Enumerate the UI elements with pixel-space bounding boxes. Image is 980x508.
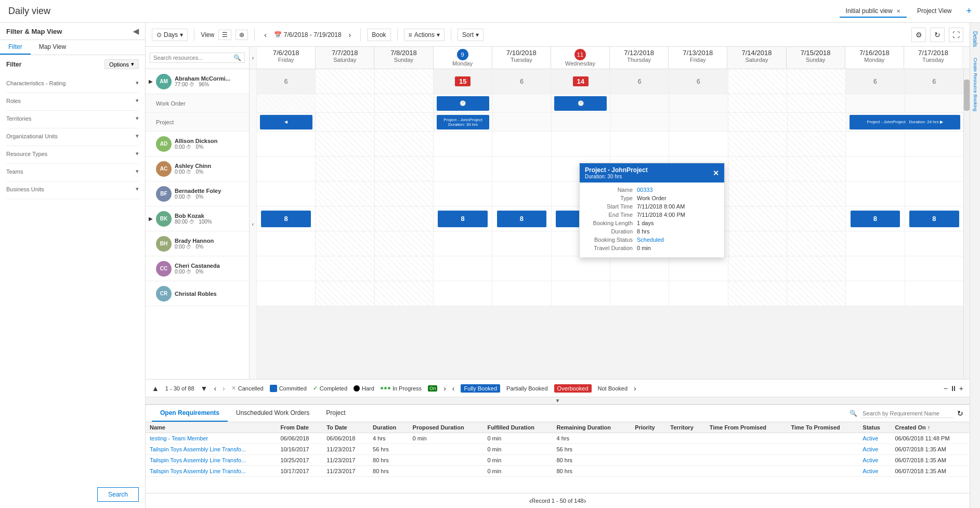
tab-area: Initial public view ✕ Project View +	[840, 5, 972, 18]
unscheduled-work-orders-tab[interactable]: Unscheduled Work Orders	[228, 405, 318, 422]
req-footer: ‹ Record 1 - 50 of 148 ›	[146, 493, 970, 508]
overbooked-badge: Overbooked	[554, 384, 592, 393]
characteristics-filter[interactable]: Characteristics - Rating ▾	[6, 80, 139, 86]
grid-cell-weekend	[728, 69, 787, 94]
expand-down-button[interactable]: ▼	[201, 384, 208, 393]
create-resource-booking-label[interactable]: Create Resource Booking	[973, 58, 978, 111]
expand-section-button[interactable]: ▼	[146, 397, 970, 404]
list-view-button[interactable]: ☰	[218, 30, 231, 40]
legend-end-button[interactable]: ›	[634, 384, 636, 393]
left-panel-collapse-btn[interactable]: ◀	[133, 27, 139, 35]
date-col-mon2: 7/16/2018 Monday	[845, 47, 904, 69]
options-button[interactable]: Options ▾	[104, 59, 139, 69]
map-view-tab[interactable]: Map View	[31, 40, 74, 55]
globe-button[interactable]: ⊕	[236, 30, 248, 40]
zoom-in-button[interactable]: +	[959, 384, 963, 393]
booking-block[interactable]: 8	[909, 211, 959, 227]
legend-in-progress: In Progress	[381, 385, 422, 392]
fullscreen-button[interactable]: ⛶	[949, 28, 963, 42]
filter-search-button[interactable]: Search	[97, 487, 139, 502]
days-button[interactable]: ⊙ Days ▾	[152, 29, 188, 41]
actions-button[interactable]: ≡ Actions ▾	[404, 29, 445, 41]
business-units-filter[interactable]: Business Units ▾	[6, 186, 139, 192]
expand-arrow-icon[interactable]: ▶	[149, 79, 153, 84]
resource-info: Bob Kozak 80:00 ⏱ 100%	[175, 213, 246, 225]
popup-name-link[interactable]: 00333	[637, 187, 653, 193]
col-territory: Territory	[666, 422, 705, 433]
settings-button[interactable]: ⚙	[911, 28, 926, 42]
tab-close-icon[interactable]: ✕	[896, 8, 900, 14]
grid-cell-weekend	[375, 69, 434, 94]
filter-tab[interactable]: Filter	[0, 40, 31, 55]
grid-row	[257, 132, 963, 157]
popup-duration-label: Duration	[586, 228, 633, 235]
resource-types-filter[interactable]: Resource Types ▾	[6, 150, 139, 157]
next-date-button[interactable]: ›	[346, 30, 355, 40]
legend-on: On	[428, 385, 437, 392]
zoom-out-button[interactable]: −	[944, 384, 948, 393]
booking-block[interactable]: 8	[851, 211, 900, 227]
booking-block[interactable]: 🕐	[554, 96, 607, 111]
expand-arrow-icon[interactable]: ▶	[149, 216, 153, 222]
avatar: CC	[156, 261, 172, 277]
search-resources-input[interactable]	[153, 55, 233, 61]
booking-block[interactable]: 8	[497, 211, 546, 227]
hours-badge-red: 14	[573, 76, 589, 86]
filter-group-resource-types: Resource Types ▾	[6, 146, 139, 164]
org-units-filter[interactable]: Organizational Units ▾	[6, 133, 139, 139]
req-refresh-button[interactable]: ↻	[957, 409, 963, 418]
table-row: testing - Team Member 06/06/2018 06/06/2…	[146, 433, 970, 444]
project-block-right[interactable]: Project - JohnProject Duration: 24 hrs ▶	[850, 115, 961, 129]
resource-list: ▶ AM Abraham McCormi... 77:00 ⏱ 96% Work…	[146, 69, 250, 379]
col-duration: Duration	[369, 422, 409, 433]
resource-search-box[interactable]: 🔍	[150, 53, 245, 63]
prev-date-button[interactable]: ‹	[261, 30, 270, 40]
booking-block[interactable]: 🕐	[437, 96, 489, 111]
teams-filter[interactable]: Teams ▾	[6, 168, 139, 175]
booking-popup: Project - JohnProject Duration: 30 hrs ✕…	[579, 163, 725, 258]
resource-info: Brady Hannon 0:00 ⏱ 0%	[175, 238, 246, 250]
next-page-button[interactable]: ›	[223, 384, 225, 393]
day-name: Friday	[258, 57, 314, 63]
expand-up-button[interactable]: ▲	[152, 384, 159, 393]
open-requirements-tab[interactable]: Open Requirements	[152, 405, 228, 422]
app-title: Daily view	[8, 6, 50, 17]
project-tab[interactable]: Project	[318, 405, 354, 422]
scrollbar-thumb[interactable]	[964, 80, 970, 111]
tab-project-view[interactable]: Project View	[911, 5, 958, 18]
roles-filter[interactable]: Roles ▾	[6, 97, 139, 104]
booking-block[interactable]: 8	[438, 211, 487, 227]
grid-scroll-left[interactable]: ‹	[250, 69, 257, 379]
popup-header: Project - JohnProject Duration: 30 hrs ✕	[580, 163, 724, 183]
prev-page-button[interactable]: ‹	[214, 384, 216, 393]
sort-button[interactable]: Sort ▾	[458, 29, 484, 41]
date-col-sat: 7/7/2018 Saturday	[316, 47, 374, 69]
popup-end-label: End Time	[586, 212, 633, 218]
book-button[interactable]: Book	[367, 29, 390, 41]
details-label[interactable]: Details	[972, 31, 978, 47]
resource-name: Christal Robles	[175, 291, 246, 297]
pause-button[interactable]: ⏸	[950, 384, 957, 393]
req-search-input[interactable]	[860, 409, 954, 418]
project-block[interactable]: ◀	[260, 115, 312, 129]
fullscreen-icon: ⛶	[952, 31, 960, 39]
legend-next-button[interactable]: ›	[443, 384, 446, 393]
schedule-scroll-left[interactable]: ‹	[250, 47, 257, 69]
refresh-button[interactable]: ↻	[930, 28, 945, 42]
booking-block[interactable]: 8	[261, 211, 310, 227]
popup-travel-value: 0 min	[637, 245, 651, 251]
popup-booking-status-link[interactable]: Scheduled	[637, 237, 664, 243]
territories-filter[interactable]: Territories ▾	[6, 115, 139, 122]
legend-prev-button[interactable]: ‹	[452, 384, 455, 393]
col-remaining-duration: Remaining Duration	[553, 422, 631, 433]
tab-initial-public-view[interactable]: Initial public view ✕	[840, 5, 907, 18]
req-next-button[interactable]: ›	[584, 497, 586, 505]
project-block-monday[interactable]: Project - JohnProject Duration: 30 hrs	[437, 115, 489, 129]
resource-info: Christal Robles	[175, 291, 246, 297]
search-icon: 🔍	[233, 54, 241, 61]
vertical-scrollbar[interactable]	[963, 69, 970, 379]
list-item: BH Brady Hannon 0:00 ⏱ 0%	[146, 231, 249, 256]
grid-area: 6 15 6	[257, 69, 963, 379]
tab-add-button[interactable]: +	[966, 6, 972, 17]
popup-close-button[interactable]: ✕	[713, 169, 719, 177]
